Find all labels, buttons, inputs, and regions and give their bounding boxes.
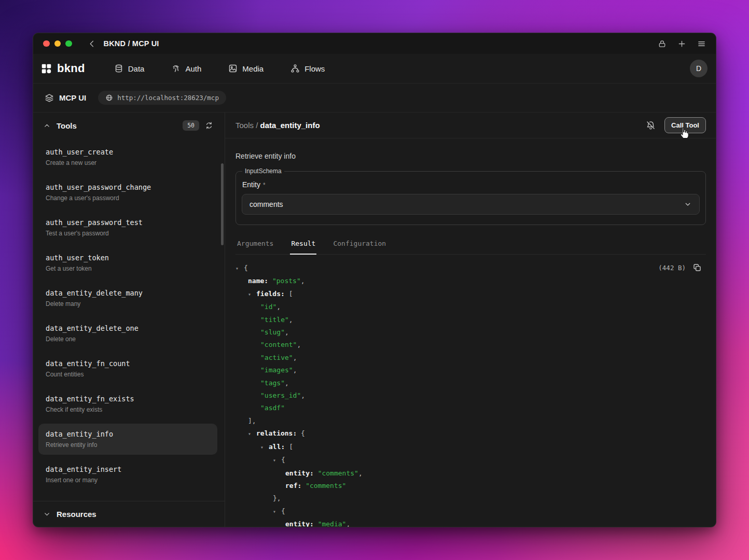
- sidebar-item-data_entity_delete_one[interactable]: data_entity_delete_one Delete one: [38, 318, 217, 349]
- tab-arguments[interactable]: Arguments: [236, 239, 274, 254]
- fingerprint-icon: [171, 64, 181, 73]
- scrollbar-thumb[interactable]: [221, 163, 224, 245]
- sub-header: MCP UI http://localhost:28623/mcp: [33, 83, 716, 113]
- caret-down-icon[interactable]: ▾: [273, 454, 281, 467]
- json-line: "title",: [235, 314, 706, 326]
- tool-item-description: Create a new user: [46, 159, 210, 166]
- json-line: ▾{: [235, 505, 706, 518]
- result-tabs: ArgumentsResultConfiguration: [235, 239, 706, 255]
- tool-name: data_entity_insert: [46, 465, 210, 473]
- titlebar-actions: [658, 39, 706, 48]
- nav-item-auth[interactable]: Auth: [171, 64, 201, 73]
- tool-item-description: Delete one: [46, 335, 210, 343]
- caret-down-icon[interactable]: ▾: [273, 506, 281, 518]
- bknd-logo-icon: [41, 63, 52, 74]
- copy-icon[interactable]: [692, 263, 702, 272]
- json-line: "asdf": [235, 402, 706, 414]
- breadcrumb-parent[interactable]: Tools: [235, 121, 254, 130]
- json-line: },: [235, 492, 706, 505]
- sidebar-item-auth_user_password_change[interactable]: auth_user_password_change Change a user'…: [38, 177, 217, 208]
- tool-description: Retrieve entity info: [235, 152, 706, 160]
- tool-item-description: Test a user's password: [46, 230, 210, 237]
- result-size-label: (442 B): [658, 264, 686, 272]
- back-icon[interactable]: [88, 39, 96, 48]
- brand-name: bknd: [57, 62, 85, 75]
- json-line: "active",: [235, 352, 706, 364]
- tab-result[interactable]: Result: [290, 239, 316, 255]
- chevron-up-icon[interactable]: [43, 122, 51, 130]
- caret-down-icon[interactable]: ▾: [248, 428, 256, 440]
- json-line: "id",: [235, 301, 706, 313]
- tool-item-description: Change a user's password: [46, 194, 210, 202]
- json-line: ▾{: [235, 262, 706, 275]
- entity-select[interactable]: comments: [242, 194, 700, 215]
- main-panel: Tools / data_entity_info Call Tool Retri…: [225, 113, 716, 527]
- refresh-icon[interactable]: [205, 121, 213, 130]
- tool-item-description: Delete many: [46, 300, 210, 307]
- sidebar-item-data_entity_insert[interactable]: data_entity_insert Insert one or many: [38, 459, 217, 490]
- input-schema-fieldset: InputSchema Entity * comments: [235, 167, 706, 225]
- json-line: "slug",: [235, 326, 706, 339]
- breadcrumb: Tools / data_entity_info: [235, 121, 320, 130]
- caret-down-icon[interactable]: ▾: [235, 262, 244, 275]
- json-line: ],: [235, 415, 706, 427]
- tool-name: data_entity_delete_one: [46, 324, 210, 332]
- breadcrumb-separator: /: [254, 121, 260, 130]
- tool-list: auth_user_create Create a new user auth_…: [33, 138, 225, 501]
- entity-field-label: Entity *: [242, 180, 699, 189]
- required-marker: *: [263, 181, 266, 189]
- json-line: ▾all: [: [235, 441, 706, 454]
- app-header: bknd Data Auth Media Flows D: [33, 54, 716, 83]
- minimize-window-button[interactable]: [54, 40, 61, 47]
- nav-item-label: Auth: [185, 64, 201, 73]
- call-tool-button[interactable]: Call Tool: [664, 117, 706, 133]
- json-result-view: (442 B) ▾{name: "posts",▾fields: ["id","…: [235, 255, 706, 527]
- sidebar-item-data_entity_fn_count[interactable]: data_entity_fn_count Count entities: [38, 353, 217, 384]
- page-title: MCP UI: [59, 93, 86, 102]
- nav-item-data[interactable]: Data: [114, 64, 145, 73]
- sidebar-item-auth_user_create[interactable]: auth_user_create Create a new user: [38, 142, 217, 173]
- nav-item-label: Media: [242, 64, 263, 73]
- tool-name: auth_user_password_change: [46, 183, 210, 191]
- chevron-down-icon[interactable]: [43, 510, 51, 518]
- tab-configuration[interactable]: Configuration: [332, 239, 387, 254]
- caret-down-icon[interactable]: ▾: [260, 441, 269, 454]
- maximize-window-button[interactable]: [65, 40, 72, 47]
- content-area: Tools 50 auth_user_create Create a new u…: [33, 113, 716, 527]
- sidebar-item-data_entity_info[interactable]: data_entity_info Retrieve entity info: [38, 424, 217, 455]
- chevron-down-icon: [684, 200, 692, 208]
- tool-item-description: Get a user token: [46, 265, 210, 272]
- json-line: "tags",: [235, 377, 706, 389]
- tool-name: auth_user_password_test: [46, 218, 210, 227]
- caret-down-icon[interactable]: ▾: [248, 288, 256, 301]
- resources-section-title: Resources: [57, 510, 96, 519]
- sidebar: Tools 50 auth_user_create Create a new u…: [33, 113, 225, 527]
- notifications-off-icon[interactable]: [646, 120, 656, 130]
- server-url-chip[interactable]: http://localhost:28623/mcp: [98, 91, 226, 105]
- user-avatar[interactable]: D: [690, 60, 708, 77]
- sidebar-item-auth_user_password_test[interactable]: auth_user_password_test Test a user's pa…: [38, 212, 217, 243]
- tool-item-description: Insert one or many: [46, 477, 210, 484]
- server-url: http://localhost:28623/mcp: [117, 94, 219, 102]
- flows-icon: [290, 64, 300, 73]
- fieldset-legend: InputSchema: [242, 167, 284, 175]
- nav-item-flows[interactable]: Flows: [290, 64, 325, 73]
- sidebar-item-data_entity_fn_exists[interactable]: data_entity_fn_exists Check if entity ex…: [38, 388, 217, 419]
- nav-item-media[interactable]: Media: [228, 64, 263, 73]
- menu-icon[interactable]: [697, 39, 706, 48]
- tool-name: data_entity_fn_exists: [46, 395, 210, 403]
- close-window-button[interactable]: [43, 40, 50, 47]
- sidebar-item-data_entity_delete_many[interactable]: data_entity_delete_many Delete many: [38, 283, 217, 314]
- toolbar-actions: Call Tool: [646, 117, 706, 133]
- json-line: name: "posts",: [235, 275, 706, 287]
- json-line: "images",: [235, 364, 706, 376]
- json-line: ▾{: [235, 454, 706, 467]
- brand-logo[interactable]: bknd: [41, 62, 85, 75]
- new-tab-icon[interactable]: [677, 39, 686, 48]
- sidebar-item-auth_user_token[interactable]: auth_user_token Get a user token: [38, 247, 217, 278]
- json-line: ▾fields: [: [235, 288, 706, 301]
- lock-icon[interactable]: [658, 39, 667, 48]
- tools-count-badge: 50: [183, 120, 199, 131]
- nav-item-label: Flows: [304, 64, 325, 73]
- result-meta: (442 B): [658, 263, 702, 272]
